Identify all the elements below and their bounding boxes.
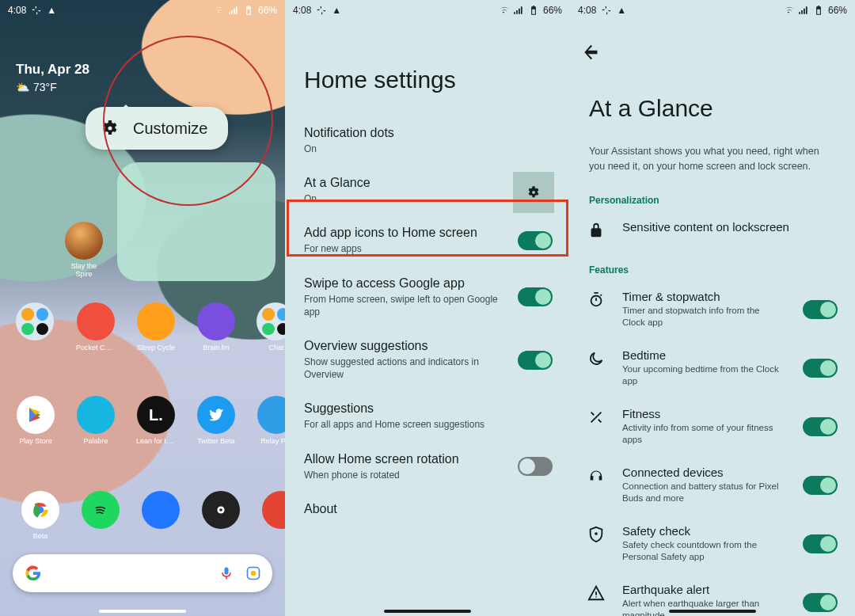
app-indicator-icon: ▲: [332, 5, 341, 16]
app-palabre[interactable]: Palabre: [76, 396, 116, 445]
setting-subtitle: For new apps: [304, 242, 500, 255]
status-time: 4:08: [578, 5, 596, 16]
setting-at-a-glance[interactable]: At a GlanceOn: [285, 165, 570, 215]
battery-text: 66%: [258, 5, 277, 16]
app-todoist[interactable]: [261, 491, 285, 540]
back-button[interactable]: [581, 41, 603, 63]
setting-swipe-google[interactable]: Swipe to access Google appFrom Home scre…: [285, 266, 570, 329]
app-slay-the-spire[interactable]: Slay the Spire: [62, 222, 106, 278]
app-brain-fm[interactable]: Brain.fm: [196, 302, 236, 352]
app-spotify[interactable]: [81, 491, 120, 540]
battery-icon: [243, 5, 254, 16]
app-play-store[interactable]: Play Store: [16, 396, 55, 445]
shield-icon: [587, 526, 605, 543]
toggle[interactable]: [518, 351, 553, 370]
feature-title: Bedtime: [622, 348, 836, 362]
toggle[interactable]: [803, 593, 838, 612]
svg-point-11: [251, 571, 256, 576]
headphones-icon: [587, 467, 605, 485]
feature-connected[interactable]: Connected devicesConnection and battery …: [570, 456, 855, 515]
app-label: Chat: [256, 344, 285, 352]
fitness-icon: [587, 409, 605, 426]
home-settings-panel: 4:08 ▲ 66% Home settings Notification do…: [285, 0, 570, 616]
app-lean[interactable]: L.Lean for Inst…: [136, 396, 176, 445]
toggle[interactable]: [518, 287, 553, 306]
toggle[interactable]: [803, 534, 838, 553]
section-features: Features: [570, 252, 855, 280]
feature-subtitle: Activity info from some of your fitness …: [622, 422, 781, 447]
setting-subtitle: Show suggested actions and indicators in…: [304, 356, 500, 381]
app-pocket-casts[interactable]: Pocket Casts: [76, 302, 116, 352]
feature-title: Connected devices: [622, 466, 836, 479]
app-folder[interactable]: [16, 302, 55, 352]
app-label: Beta: [21, 532, 60, 540]
lens-icon[interactable]: [245, 565, 261, 581]
gear-icon: [100, 118, 120, 139]
setting-overview-suggestions[interactable]: Overview suggestionsShow suggested actio…: [285, 329, 570, 391]
toggle[interactable]: [803, 300, 838, 319]
feature-fitness[interactable]: FitnessActivity info from some of your f…: [570, 397, 855, 456]
setting-about[interactable]: About: [285, 492, 570, 527]
setting-title: Notification dots: [304, 126, 551, 140]
toggle[interactable]: [803, 417, 838, 436]
widget-temp: 73°F: [33, 81, 57, 93]
setting-title: Allow Home screen rotation: [304, 452, 500, 466]
app-label: Play Store: [16, 437, 55, 445]
feature-title: Fitness: [622, 407, 836, 420]
battery-icon: [813, 5, 824, 16]
wifi-icon: [783, 5, 794, 16]
row-sensitive-content[interactable]: Sensitive content on lockscreen: [570, 211, 855, 252]
weather-icon: ⛅: [16, 81, 29, 93]
section-personalization: Personalization: [570, 182, 855, 211]
nav-bar-pill[interactable]: [99, 610, 186, 613]
app-indicator-icon: ▲: [617, 5, 626, 16]
setting-title: Suggestions: [304, 401, 551, 416]
at-a-glance-widget[interactable]: Thu, Apr 28 ⛅ 73°F: [16, 62, 89, 93]
battery-text: 66%: [828, 5, 847, 16]
setting-subtitle: When phone is rotated: [304, 469, 500, 481]
toggle[interactable]: [518, 457, 553, 476]
mic-icon[interactable]: [218, 565, 234, 581]
feature-timer[interactable]: Timer & stopwatchTimer and stopwatch inf…: [570, 280, 855, 339]
at-a-glance-panel: 4:08 ▲ 66% At a Glance Your Assistant sh…: [570, 0, 855, 616]
app-camera[interactable]: [201, 491, 241, 540]
app-label: Lean for Inst…: [136, 437, 176, 445]
nav-bar-pill[interactable]: [669, 610, 756, 613]
status-time: 4:08: [8, 5, 26, 16]
setting-suggestions[interactable]: SuggestionsFor all apps and Home screen …: [285, 391, 570, 441]
app-label: Relay Pro: [256, 437, 285, 445]
toggle[interactable]: [518, 231, 553, 250]
toggle[interactable]: [803, 359, 838, 378]
setting-add-app-icons[interactable]: Add app icons to Home screenFor new apps: [285, 215, 570, 265]
app-indicator-icon: ▲: [47, 5, 56, 16]
app-relay[interactable]: Relay Pro: [256, 396, 285, 445]
setting-title: About: [304, 502, 551, 516]
row-label: Sensitive content on lockscreen: [622, 220, 836, 234]
setting-allow-rotation[interactable]: Allow Home screen rotationWhen phone is …: [285, 442, 570, 492]
google-search-bar[interactable]: [13, 554, 272, 592]
gear-button[interactable]: [513, 172, 554, 213]
status-bar: 4:08 ▲ 66%: [570, 0, 855, 19]
page-title: Home settings: [285, 19, 570, 116]
feature-subtitle: Your upcoming bedtime from the Clock app: [622, 363, 781, 388]
homescreen-panel: 4:08 ▲ 66% Thu, Apr 28 ⛅ 73°F Customize …: [0, 0, 285, 616]
feature-bedtime[interactable]: BedtimeYour upcoming bedtime from the Cl…: [570, 339, 855, 397]
app-chat-folder[interactable]: Chat: [256, 302, 285, 352]
feature-subtitle: Safety check countdown from the Personal…: [622, 539, 781, 564]
timer-icon: [587, 291, 605, 309]
setting-notification-dots[interactable]: Notification dotsOn: [285, 116, 570, 165]
nav-bar-pill[interactable]: [384, 610, 471, 613]
app-twitter[interactable]: Twitter Beta: [196, 396, 236, 445]
widget-ghost: [117, 162, 276, 281]
setting-title: Add app icons to Home screen: [304, 226, 500, 240]
app-chrome[interactable]: Beta: [21, 491, 60, 540]
feature-safety[interactable]: Safety checkSafety check countdown from …: [570, 515, 855, 573]
alert-icon: [587, 584, 605, 602]
customize-popup[interactable]: Customize: [86, 107, 228, 150]
slack-icon: [31, 5, 42, 16]
toggle[interactable]: [803, 476, 838, 495]
widget-weather: ⛅ 73°F: [16, 81, 89, 93]
app-arrow[interactable]: [141, 491, 180, 540]
wifi-icon: [498, 5, 509, 16]
app-sleep-cycle[interactable]: Sleep Cycle: [136, 302, 176, 352]
